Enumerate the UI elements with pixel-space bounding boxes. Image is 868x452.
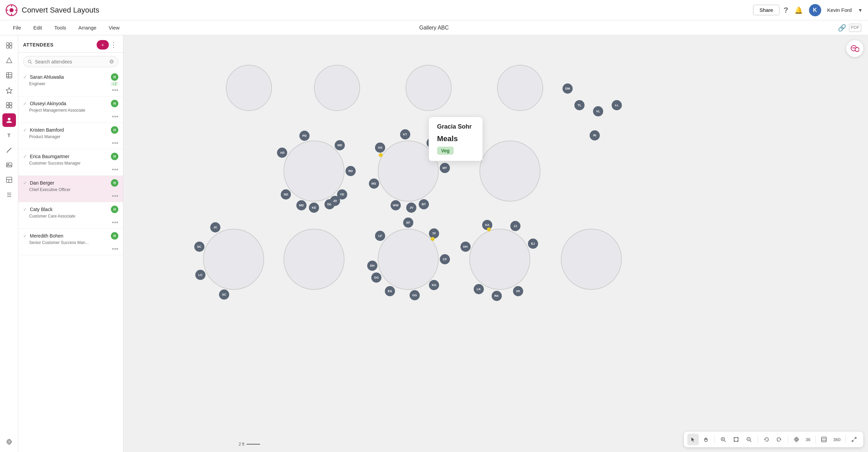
attendee-item[interactable]: ✓ Saran Ahluwalia H Engineer +2 ••• [18, 70, 123, 96]
seat[interactable]: EF [403, 218, 413, 228]
settings-button[interactable] [791, 434, 802, 445]
seat[interactable]: MT [440, 163, 450, 173]
toolbar-layout[interactable] [2, 173, 16, 187]
chat-bubble[interactable] [846, 40, 863, 57]
attendee-item[interactable]: ✓ Erica Baumgartner H Customer Success M… [18, 149, 123, 176]
toolbar-list[interactable] [2, 188, 16, 202]
menu-tools[interactable]: Tools [48, 20, 72, 35]
add-attendee-button[interactable]: + [97, 40, 109, 50]
round-table[interactable] [314, 65, 360, 111]
seat[interactable]: EG [385, 286, 395, 296]
zoom-out-button[interactable] [743, 434, 755, 445]
seat[interactable]: KG [429, 280, 439, 290]
sidebar-more-icon[interactable]: ⋮ [109, 41, 118, 49]
round-table[interactable] [406, 65, 452, 111]
round-table[interactable] [479, 140, 540, 202]
toolbar-people[interactable] [2, 113, 16, 127]
seat[interactable]: RD [346, 166, 356, 176]
seat[interactable]: CF [440, 254, 450, 264]
seat[interactable]: BT [419, 199, 429, 209]
attendee-item[interactable]: ✓ Meredith Bohen H Senior Customer Succe… [18, 229, 123, 255]
bell-icon[interactable]: 🔔 [794, 6, 803, 14]
round-table[interactable] [283, 140, 344, 202]
attendee-item[interactable]: ✓ Oluseyi Akinyoda H Project Management … [18, 96, 123, 123]
seat[interactable]: EJ [528, 239, 538, 249]
attendee-item[interactable]: ✓ Dan Berger H Chief Executive Officer •… [18, 176, 123, 202]
more-dots[interactable]: ••• [112, 113, 118, 120]
seat[interactable]: MD [335, 140, 345, 150]
seat[interactable]: JD [330, 196, 340, 206]
seat[interactable]: LK [474, 284, 484, 294]
seat[interactable]: JC [210, 222, 220, 232]
seat[interactable]: SC [194, 242, 204, 252]
toolbar-image[interactable] [2, 158, 16, 172]
menu-edit[interactable]: Edit [27, 20, 48, 35]
more-dots[interactable]: ••• [112, 166, 118, 173]
round-table[interactable] [203, 229, 264, 290]
seat[interactable]: KT [400, 129, 410, 139]
seat[interactable]: ND [281, 189, 291, 200]
more-dots[interactable]: ••• [112, 219, 118, 226]
filter-icon[interactable]: ⚙ [109, 58, 114, 65]
round-table[interactable] [283, 229, 344, 290]
seat[interactable]: WW [391, 200, 401, 210]
attendee-item[interactable]: ✓ Kristen Bamford H Product Manager ••• [18, 123, 123, 149]
seat[interactable]: VL [593, 106, 603, 116]
seat[interactable]: LF [375, 231, 385, 241]
toolbar-settings[interactable] [2, 435, 16, 449]
seat[interactable]: GS [375, 143, 385, 153]
seat[interactable]: LC [195, 270, 205, 280]
expand-button[interactable] [848, 434, 860, 445]
round-table[interactable] [561, 229, 622, 290]
seat[interactable]: MS [369, 178, 379, 189]
toolbar-draw[interactable] [2, 143, 16, 157]
dropdown-icon[interactable]: ▼ [858, 7, 863, 13]
round-table[interactable] [497, 65, 543, 111]
toolbar-text[interactable]: T [2, 128, 16, 142]
menu-file[interactable]: File [7, 20, 27, 35]
seat[interactable]: VK [513, 286, 523, 296]
seat[interactable]: PD [299, 131, 310, 141]
toolbar-favorites[interactable] [2, 83, 16, 97]
round-table[interactable] [378, 229, 439, 290]
undo-button[interactable] [761, 434, 772, 445]
toolbar-shapes[interactable] [2, 54, 16, 67]
toolbar-home[interactable] [2, 39, 16, 52]
seat[interactable]: KE [309, 203, 319, 213]
seat[interactable]: DH [367, 261, 377, 271]
canvas[interactable]: 2 ft Gracia Sohr Meals Veg [123, 35, 868, 452]
link-icon[interactable]: 🔗 [838, 24, 846, 32]
seat[interactable]: RK [492, 291, 502, 301]
seat[interactable]: SC [219, 289, 229, 300]
table-icon-button[interactable] [818, 434, 830, 445]
search-input[interactable] [35, 59, 106, 64]
menu-view[interactable]: View [102, 20, 125, 35]
toolbar-tables[interactable] [2, 69, 16, 82]
redo-button[interactable] [773, 434, 785, 445]
hand-tool-button[interactable] [700, 434, 712, 445]
seat[interactable]: JJ [510, 221, 520, 231]
round-table[interactable] [226, 65, 272, 111]
more-dots[interactable]: ••• [112, 87, 118, 94]
seat[interactable]: TF [429, 228, 439, 239]
seat[interactable]: DH [460, 242, 471, 252]
share-button[interactable]: Share [753, 5, 780, 15]
more-dots[interactable]: ••• [112, 193, 118, 200]
attendee-item[interactable]: ✓ Caty Black H Customer Care Associate •… [18, 202, 123, 229]
help-icon[interactable]: ? [784, 6, 788, 15]
seat[interactable]: MD [296, 200, 307, 210]
more-dots[interactable]: ••• [112, 140, 118, 147]
menu-arrange[interactable]: Arrange [72, 20, 102, 35]
seat[interactable]: GG [410, 290, 420, 300]
fit-screen-button[interactable] [730, 434, 742, 445]
round-table[interactable] [469, 229, 530, 290]
zoom-in-button[interactable] [717, 434, 729, 445]
seat[interactable]: RI [590, 130, 600, 140]
seat[interactable]: DG [371, 272, 381, 283]
seat[interactable]: JV [406, 203, 416, 213]
seat[interactable]: DM [563, 83, 573, 94]
toolbar-grid[interactable] [2, 98, 16, 112]
cursor-tool-button[interactable] [687, 434, 699, 445]
seat[interactable]: TL [574, 100, 585, 110]
more-dots[interactable]: ••• [112, 246, 118, 252]
